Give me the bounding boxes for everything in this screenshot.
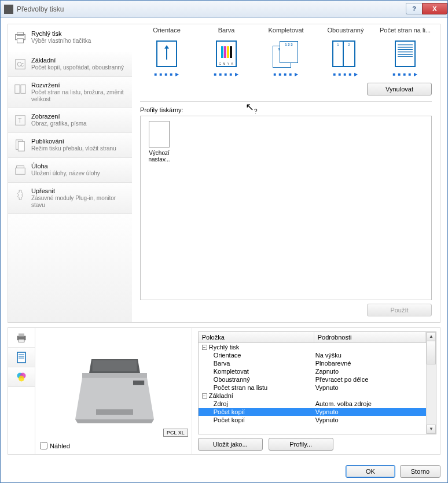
quick-collate[interactable]: Kompletovat 1 2 31 2 3 ■ ■ ■ ■ ▶: [259, 27, 313, 77]
group-name: Základní: [209, 392, 233, 399]
close-button[interactable]: X: [422, 3, 447, 14]
quick-duplex[interactable]: Oboustranný 12 ■ ■ ■ ■ ▶: [319, 27, 372, 77]
svg-rect-7: [21, 85, 25, 94]
grid-header: Položka Podrobnosti: [199, 332, 426, 343]
ok-button[interactable]: OK: [346, 465, 395, 478]
svg-rect-16: [19, 339, 24, 342]
svg-rect-6: [15, 85, 20, 94]
svg-point-23: [19, 375, 24, 381]
profiles-label: Profily tiskárny:: [140, 106, 432, 113]
titlebar[interactable]: Předvolby tisku ? X: [1, 1, 447, 18]
grid-row[interactable]: Počet kopiíVypnuto: [199, 416, 426, 424]
sidebar-item-advanced[interactable]: UpřesnitZásuvné moduly Plug-in, monitor …: [8, 183, 132, 214]
dialog-footer: OK Storno: [1, 460, 447, 482]
window-title: Předvolby tisku: [17, 5, 64, 13]
svg-rect-2: [17, 39, 24, 43]
job-icon: [14, 163, 27, 178]
tab-color-icon[interactable]: [8, 367, 35, 387]
layout-icon: [14, 82, 27, 97]
svg-rect-30: [133, 380, 144, 385]
svg-rect-27: [92, 360, 137, 371]
svg-rect-11: [18, 142, 24, 152]
details-pane: Položka Podrobnosti −Rychlý tiskOrientac…: [192, 328, 440, 454]
sidebar-item-imaging[interactable]: T ZobrazeníObraz, grafika, písma: [8, 108, 132, 133]
tab-page-icon[interactable]: [8, 348, 35, 367]
quick-color[interactable]: Barva C M Y K ■ ■ ■ ■ ▶: [200, 27, 253, 77]
settings-grid[interactable]: Položka Podrobnosti −Rychlý tiskOrientac…: [198, 331, 436, 434]
svg-rect-29: [96, 409, 133, 415]
sidebar-item-quickprint[interactable]: Rychlý tiskVýběr vlastního tlačítka: [8, 24, 132, 52]
grid-row[interactable]: BarvaPlnobarevné: [199, 359, 426, 367]
printer-image-icon: [68, 346, 161, 427]
printer-preview: PCL XL Náhled: [35, 328, 192, 454]
group-name: Rychlý tisk: [209, 344, 240, 351]
svg-text:c: c: [21, 61, 24, 68]
grid-row[interactable]: ZdrojAutom. volba zdroje: [199, 400, 426, 408]
save-as-button[interactable]: Uložit jako...: [198, 438, 263, 451]
basic-icon: Cc: [14, 57, 27, 72]
quick-buttons-row: Orientace ■ ■ ■ ■ ▶ Barva C M Y K ■ ■ ■ …: [140, 27, 432, 77]
profile-default[interactable]: Výchozí nastav...: [145, 121, 173, 295]
sidebar-item-publishing[interactable]: PublikováníRežim tisku přebalu, vložit s…: [8, 133, 132, 158]
tree-toggle-icon[interactable]: −: [202, 393, 207, 399]
reset-button[interactable]: Vynulovat: [367, 83, 432, 95]
scroll-thumb[interactable]: [427, 341, 436, 364]
publishing-icon: [14, 138, 27, 153]
sidebar-item-job[interactable]: ÚlohaUložení úlohy, název úlohy: [8, 158, 132, 183]
profiles-button[interactable]: Profily...: [269, 438, 333, 451]
svg-rect-15: [19, 333, 24, 336]
advanced-icon: [14, 187, 27, 202]
svg-rect-17: [17, 352, 25, 363]
sidebar-item-layout[interactable]: RozvrženíPočet stran na listu, brožura, …: [8, 77, 132, 108]
help-button[interactable]: ?: [406, 3, 422, 14]
grid-row[interactable]: OrientaceNa výšku: [199, 351, 426, 359]
profile-thumb-icon: [149, 121, 170, 148]
svg-marker-28: [75, 419, 154, 423]
grid-row[interactable]: KompletovatZapnuto: [199, 367, 426, 375]
tree-toggle-icon[interactable]: −: [202, 345, 207, 350]
preview-checkbox-label: Náhled: [50, 443, 70, 449]
grid-row[interactable]: Počet kopiíVypnuto: [199, 408, 426, 416]
svg-rect-1: [17, 32, 24, 36]
cancel-button[interactable]: Storno: [400, 465, 440, 478]
scroll-down-icon[interactable]: ▼: [427, 425, 436, 434]
preview-checkbox[interactable]: [40, 442, 47, 449]
sidebar-item-basic[interactable]: Cc ZákladníPočet kopií, uspořádat, obous…: [8, 52, 132, 77]
svg-rect-13: [17, 166, 24, 168]
scroll-up-icon[interactable]: ▲: [427, 332, 436, 341]
quickprint-icon: [14, 30, 27, 45]
svg-marker-25: [82, 373, 147, 378]
sidebar: Rychlý tiskVýběr vlastního tlačítka Cc Z…: [8, 24, 132, 322]
svg-text:T: T: [18, 117, 21, 124]
apply-profile-button[interactable]: Použít: [367, 304, 432, 316]
grid-scrollbar[interactable]: ▲ ▼: [426, 332, 436, 434]
lower-tabs: [8, 328, 35, 454]
grid-row[interactable]: Počet stran na listuVypnuto: [199, 384, 426, 392]
sidebar-label: Rychlý tisk: [31, 30, 91, 37]
svg-rect-12: [16, 168, 25, 174]
print-preferences-window: Předvolby tisku ? X Rychlý tiskVýběr vla…: [0, 0, 448, 483]
grid-row[interactable]: OboustrannýPřevracet po délce: [199, 375, 426, 384]
main-pane: Orientace ■ ■ ■ ■ ▶ Barva C M Y K ■ ■ ■ …: [132, 24, 440, 322]
profiles-box[interactable]: Výchozí nastav...: [140, 116, 432, 300]
imaging-icon: T: [14, 113, 27, 128]
quick-orientation[interactable]: Orientace ■ ■ ■ ■ ▶: [140, 27, 193, 77]
app-icon: [4, 5, 13, 14]
tab-printer-icon[interactable]: [8, 328, 35, 348]
pdl-badge: PCL XL: [163, 429, 188, 437]
quick-pagesper[interactable]: Počet stran na li... ■ ■ ■ ■ ▶: [379, 27, 432, 77]
